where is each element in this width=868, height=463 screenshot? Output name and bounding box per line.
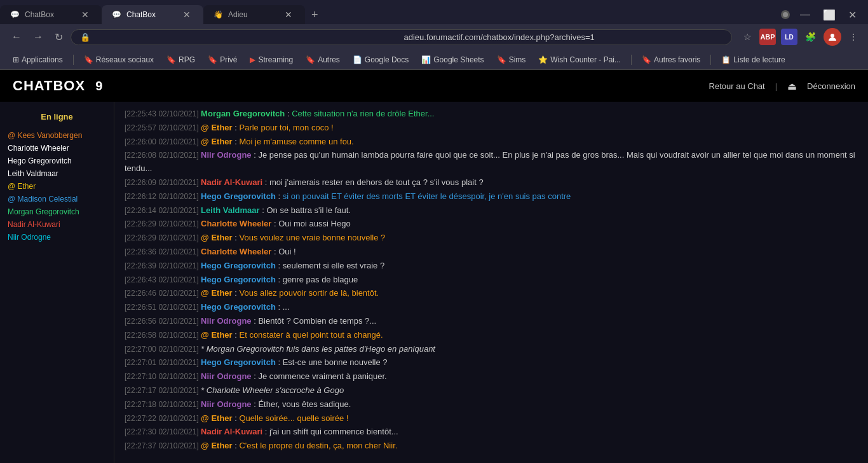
sidebar-user-5[interactable]: @ Madison Celestial — [0, 193, 114, 205]
msg-timestamp-22: [22:27:30 02/10/2021] — [125, 427, 201, 436]
sidebar-title: En ligne — [0, 112, 114, 129]
msg-text-1: Parle pour toi, mon coco ! — [239, 123, 333, 132]
bookmark-autres-favoris[interactable]: 🔖 Autres favoris — [637, 54, 705, 66]
bookmark-prive[interactable]: 🔖 Privé — [203, 54, 242, 66]
bookmark-gsheets[interactable]: 📊 Google Sheets — [416, 54, 489, 66]
tab-2-close[interactable]: ✕ — [180, 9, 193, 20]
msg-timestamp-14: [22:26:56 02/10/2021] — [125, 317, 201, 326]
bookmark-reseaux-label: Réseaux sociaux — [96, 55, 154, 64]
chat-message-5: [22:26:12 02/10/2021] Hego Gregorovitch … — [125, 190, 858, 204]
msg-timestamp-18: [22:27:10 02/10/2021] — [125, 372, 201, 381]
sidebar-user-1[interactable]: Charlotte Wheeler — [0, 142, 114, 155]
back-button[interactable]: ← — [8, 29, 25, 45]
minimize-button[interactable]: — — [794, 6, 817, 23]
chat-message-14: [22:26:56 02/10/2021] Niir Odrogne : Bie… — [125, 315, 858, 328]
sidebar-user-4[interactable]: @ Ether — [0, 180, 114, 193]
bookmark-autres[interactable]: 🔖 Autres — [301, 54, 345, 66]
sidebar-users: @ Kees VanobbergenCharlotte WheelerHego … — [0, 129, 114, 244]
msg-sep-9: : — [271, 247, 278, 256]
address-bar[interactable]: 🔒 adieu.forumactif.com/chatbox/index.php… — [71, 29, 732, 45]
msg-user-15: @ Ether — [201, 330, 233, 340]
bookmark-separator-1 — [73, 55, 74, 65]
msg-user-22: Nadir Al-Kuwari — [201, 427, 262, 436]
chat-area[interactable]: [22:25:43 02/10/2021] Morgan Gregorovitc… — [114, 102, 868, 463]
tab-3[interactable]: 👋 Adieu ✕ — [203, 5, 305, 24]
bookmark-liste-lecture[interactable]: 📋 Liste de lecture — [716, 54, 790, 66]
msg-text-11: genre pas de blague — [283, 275, 358, 284]
msg-action-16: * Morgan Gregorovitch fuis dans les patt… — [201, 344, 435, 354]
msg-sep-7: : — [271, 219, 278, 228]
msg-text-4: moi j'aimerais rester en dehors de tout … — [269, 177, 484, 187]
msg-text-15: Et constater à quel point tout a changé. — [239, 330, 383, 340]
chrome-menu-icon[interactable] — [781, 10, 790, 19]
chat-message-20: [22:27:18 02/10/2021] Niir Odrogne : Éth… — [125, 398, 858, 411]
chat-message-11: [22:26:43 02/10/2021] Hego Gregorovitch … — [125, 273, 858, 287]
msg-timestamp-17: [22:27:01 02/10/2021] — [125, 358, 201, 367]
sidebar-user-6[interactable]: Morgan Gregorovitch — [0, 205, 114, 218]
msg-sep-17: : — [276, 357, 283, 367]
chat-message-6: [22:26:14 02/10/2021] Leith Valdmaar : O… — [125, 204, 858, 218]
bookmark-separator-2 — [631, 55, 632, 65]
msg-sep-2: : — [233, 137, 240, 146]
bookmark-rpg[interactable]: 🔖 RPG — [161, 54, 200, 66]
profile-button[interactable] — [824, 28, 841, 46]
bookmark-sims[interactable]: 🔖 Sims — [492, 54, 531, 66]
chat-message-18: [22:27:10 02/10/2021] Niir Odrogne : Je … — [125, 370, 858, 384]
sidebar-user-2[interactable]: Hego Gregorovitch — [0, 155, 114, 167]
gdocs-icon: 📄 — [353, 55, 362, 64]
browser-controls: ← → ↻ 🔒 adieu.forumactif.com/chatbox/ind… — [0, 24, 868, 50]
sidebar-user-8[interactable]: Niir Odrogne — [0, 231, 114, 244]
msg-user-21: @ Ether — [201, 413, 233, 423]
tab-3-close[interactable]: ✕ — [282, 9, 295, 20]
msg-action-19: * Charlotte Wheeler s'accroche à Gogo — [201, 385, 344, 395]
bookmark-autres-favoris-label: Autres favoris — [654, 55, 700, 64]
sidebar-user-7[interactable]: Nadir Al-Kuwari — [0, 218, 114, 231]
tab-1-favicon: 💬 — [10, 10, 20, 19]
tab-3-favicon: 👋 — [214, 10, 223, 19]
ld-button[interactable]: LD — [781, 29, 797, 45]
msg-text-17: Est-ce une bonne nouvelle ? — [283, 357, 388, 367]
tab-2[interactable]: 💬 ChatBox ✕ — [102, 5, 203, 24]
return-to-chat-link[interactable]: Retour au Chat — [709, 81, 765, 91]
msg-timestamp-0: [22:25:43 02/10/2021] — [125, 109, 201, 118]
sidebar-user-0[interactable]: @ Kees Vanobbergen — [0, 129, 114, 142]
bookmark-reseaux[interactable]: 🔖 Réseaux sociaux — [79, 54, 159, 66]
msg-sep-18: : — [252, 371, 259, 381]
extensions-button[interactable]: 🧩 — [803, 29, 818, 45]
msg-sep-1: : — [233, 123, 240, 132]
chat-message-3: [22:26:08 02/10/2021] Niir Odrogne : Je … — [125, 149, 858, 176]
msg-timestamp-11: [22:26:43 02/10/2021] — [125, 275, 201, 284]
new-tab-button[interactable]: + — [305, 8, 325, 22]
msg-text-0: Cette situation n'a rien de drôle Ether.… — [292, 109, 434, 118]
lock-icon: 🔒 — [80, 32, 399, 42]
reload-button[interactable]: ↻ — [51, 29, 67, 46]
sidebar-user-3[interactable]: Leith Valdmaar — [0, 167, 114, 180]
msg-text-14: Bientôt ? Combien de temps ?... — [258, 316, 376, 326]
chrome-menu-button[interactable]: ⋮ — [846, 29, 860, 45]
chat-message-23: [22:27:37 02/10/2021] @ Ether : C'est le… — [125, 439, 858, 453]
msg-user-2: @ Ether — [201, 137, 233, 146]
bookmark-wish[interactable]: ⭐ Wish Counter - Pai... — [533, 54, 626, 66]
close-button[interactable]: ✕ — [842, 6, 863, 24]
msg-sep-5: : — [276, 191, 283, 201]
msg-timestamp-5: [22:26:12 02/10/2021] — [125, 192, 201, 201]
msg-timestamp-9: [22:26:36 02/10/2021] — [125, 247, 201, 256]
msg-timestamp-16: [22:27:00 02/10/2021] — [125, 345, 201, 354]
bookmark-gdocs[interactable]: 📄 Google Docs — [348, 54, 414, 66]
chat-message-19: [22:27:17 02/10/2021] * Charlotte Wheele… — [125, 384, 858, 397]
svg-point-0 — [783, 12, 788, 17]
abp-button[interactable]: ABP — [759, 29, 776, 45]
bookmark-liste-label: Liste de lecture — [733, 55, 785, 64]
logout-link[interactable]: Déconnexion — [807, 81, 855, 91]
chat-message-2: [22:26:00 02/10/2021] @ Ether : Moi je m… — [125, 135, 858, 149]
sidebar: En ligne @ Kees VanobbergenCharlotte Whe… — [0, 102, 114, 463]
msg-sep-8: : — [233, 233, 240, 242]
bookmark-star-button[interactable]: ☆ — [741, 29, 754, 45]
chat-message-17: [22:27:01 02/10/2021] Hego Gregorovitch … — [125, 356, 858, 370]
tab-1[interactable]: 💬 ChatBox ✕ — [0, 5, 102, 24]
bookmark-applications[interactable]: ⊞ Applications — [8, 54, 68, 66]
bookmark-streaming[interactable]: ▶ Streaming — [245, 54, 298, 66]
tab-1-close[interactable]: ✕ — [79, 9, 92, 20]
forward-button[interactable]: → — [29, 29, 47, 45]
maximize-button[interactable]: ⬜ — [817, 6, 842, 24]
